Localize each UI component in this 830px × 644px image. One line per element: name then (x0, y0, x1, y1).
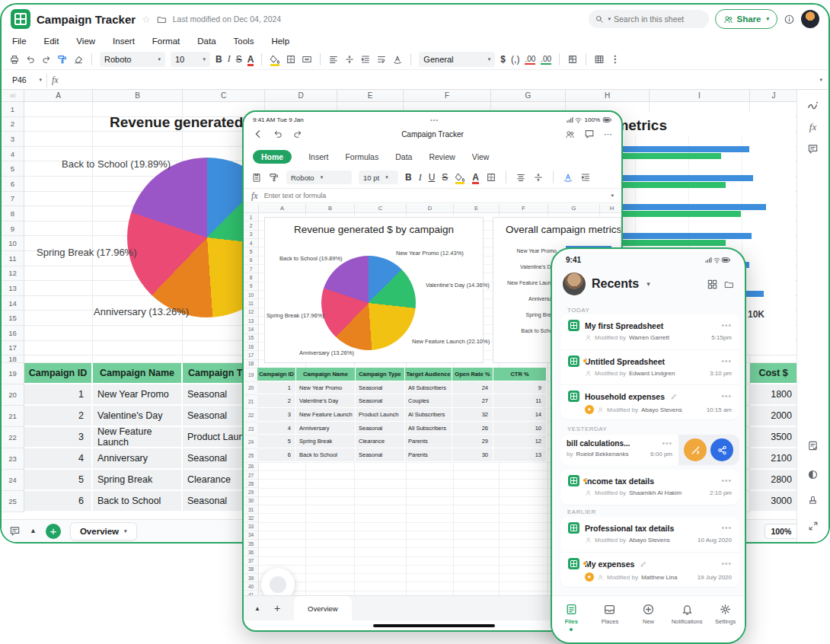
row-header-13[interactable]: 13 (2, 281, 24, 296)
table-row[interactable]: 3New Feature LaunchProduct Launch (24, 427, 265, 448)
fx-panel-icon[interactable]: fx (797, 122, 828, 132)
align-left-icon[interactable] (328, 54, 339, 65)
row-header-11[interactable]: 11 (244, 299, 258, 308)
bold[interactable]: B (405, 172, 412, 183)
column-header-F[interactable]: F (500, 204, 548, 212)
fill-color-icon[interactable] (455, 172, 465, 183)
table-row[interactable]: 2100 (750, 448, 796, 470)
row-header-24[interactable]: 24 (244, 435, 258, 449)
row-header-11[interactable]: 11 (2, 251, 24, 266)
paint-roller-icon[interactable] (269, 172, 279, 183)
home-indicator[interactable] (373, 624, 495, 627)
sheet-tab-overview[interactable]: Overview (294, 596, 352, 621)
row-header-9[interactable]: 9 (2, 222, 24, 237)
row-header-25[interactable]: 25 (244, 449, 258, 463)
zia-icon[interactable] (797, 99, 828, 112)
table-row[interactable]: 5Spring BreakClearanceParents2912 (257, 435, 547, 448)
undo-icon[interactable] (25, 54, 36, 65)
more-vertical-icon[interactable]: ⋮ (610, 54, 620, 64)
list-item-swiped[interactable]: bill calculations...•••byRoelof Bekkenan… (560, 435, 739, 465)
row-header-31[interactable]: 31 (244, 505, 258, 514)
menu-view[interactable]: View (76, 37, 95, 46)
table-row[interactable]: 1800 (750, 384, 796, 406)
share-action-button[interactable] (710, 438, 733, 461)
cell[interactable]: 3000 (750, 491, 796, 512)
borders-icon[interactable] (486, 172, 496, 183)
bold[interactable]: B (215, 54, 222, 65)
cell[interactable]: 4 (24, 448, 93, 470)
indent-icon[interactable] (580, 172, 591, 183)
cell[interactable]: 10 (493, 422, 547, 435)
row-header-6[interactable]: 6 (2, 177, 24, 192)
row-header-20[interactable]: 20 (244, 382, 258, 396)
list-item[interactable]: My expenses•••★Modified byMatthew Lina19… (560, 552, 739, 587)
row-header-34[interactable]: 34 (244, 531, 258, 540)
list-item[interactable]: My first Spreadsheet•••Modified byWarren… (560, 314, 739, 349)
row-header-7[interactable]: 7 (2, 192, 24, 207)
cell[interactable]: Parents (405, 435, 452, 448)
column-header-E[interactable]: E (337, 90, 404, 101)
table-row[interactable]: 5Spring BreakClearance (24, 470, 265, 491)
cell[interactable]: Seasonal (356, 381, 405, 395)
align-center-icon[interactable] (516, 172, 526, 183)
row-header-4[interactable]: 4 (2, 147, 24, 162)
add-sheet-button[interactable]: + (46, 524, 61, 539)
chevron-down-icon[interactable]: ▾ (646, 280, 650, 288)
rotate-text-icon[interactable] (563, 172, 573, 183)
star-icon[interactable]: ☆ (142, 14, 151, 24)
table-row[interactable]: 4AnniversarySeasonal (24, 448, 265, 470)
cost-column[interactable]: Cost $180020003500210028003000 (750, 363, 796, 512)
row-header-10[interactable]: 10 (244, 291, 258, 299)
row-header-23[interactable]: 23 (244, 422, 258, 436)
cell[interactable]: 12 (493, 435, 547, 448)
rotate-text-icon[interactable] (392, 54, 403, 65)
cell[interactable]: Spring Break (296, 435, 356, 448)
menu-file[interactable]: File (12, 37, 27, 46)
table-row[interactable]: 2000 (750, 406, 796, 427)
cell[interactable]: 24 (452, 381, 493, 395)
cell[interactable]: 6 (24, 491, 93, 512)
row-header-21[interactable]: 21 (2, 406, 24, 427)
row-header-9[interactable]: 9 (244, 282, 258, 291)
row-header-39[interactable]: 39 (244, 574, 258, 582)
row-header-36[interactable]: 36 (244, 548, 258, 556)
table-view-icon[interactable] (594, 54, 605, 65)
cell[interactable]: Product Launch (356, 408, 405, 422)
cell[interactable]: 2 (257, 394, 296, 408)
column-header-G[interactable]: G (491, 90, 566, 101)
tablet-row-headers[interactable]: 1234567891011121314151617181920212223242… (244, 213, 259, 600)
table-row[interactable]: 3New Feature LaunchProduct LaunchAl Subs… (257, 408, 547, 422)
row-header-2[interactable]: 2 (2, 117, 24, 132)
tab-data[interactable]: Data (395, 152, 412, 161)
row-header-28[interactable]: 28 (244, 480, 258, 488)
row-header-23[interactable]: 23 (2, 448, 24, 470)
font-select[interactable]: Roboto▾ (100, 52, 165, 67)
cell-name-box[interactable]: P46 ▾ (8, 73, 47, 88)
user-avatar[interactable] (801, 10, 819, 28)
row-header-14[interactable]: 14 (244, 325, 258, 333)
cell[interactable]: 5 (24, 470, 93, 491)
cell[interactable]: 3500 (750, 427, 796, 448)
nav-new[interactable]: New (630, 603, 666, 625)
column-header-C[interactable]: C (355, 204, 407, 212)
cell[interactable]: Clearance (356, 435, 405, 448)
sheet-list-icon[interactable]: ▲ (30, 528, 37, 534)
more-horizontal-icon[interactable]: ••• (721, 560, 732, 568)
cell[interactable]: 4 (257, 422, 296, 435)
column-header-I[interactable]: I (650, 90, 750, 101)
table-row[interactable]: 4AnniversarySeasonalAll Subscribers2610 (257, 422, 547, 435)
table-row[interactable]: 6Back to SchoolSeasonal (24, 491, 265, 512)
pie-chart-panel[interactable]: Revenue generated $ by campaign New Year… (264, 217, 484, 363)
row-header-2[interactable]: 2 (244, 222, 258, 230)
menu-edit[interactable]: Edit (44, 37, 59, 46)
font-color[interactable]: A (247, 54, 254, 65)
column-header-C[interactable]: C (183, 90, 265, 101)
column-header-D[interactable]: D (407, 204, 454, 212)
add-sheet-button[interactable]: + (274, 602, 280, 614)
row-header-20[interactable]: 20 (2, 384, 24, 406)
cell[interactable]: 29 (452, 435, 493, 448)
row-header-32[interactable]: 32 (244, 514, 258, 522)
cell[interactable]: 5 (257, 435, 296, 448)
menu-format[interactable]: Format (152, 37, 180, 46)
cell[interactable]: 2 (24, 406, 93, 427)
